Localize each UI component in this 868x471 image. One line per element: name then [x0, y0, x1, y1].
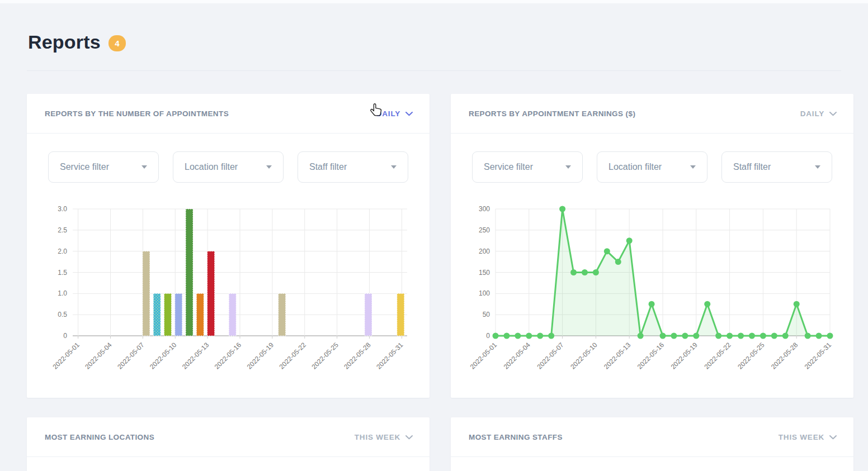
- filter-row: Service filter Location filter Staff fil…: [472, 151, 832, 183]
- select-label: Service filter: [60, 162, 109, 172]
- svg-text:0: 0: [486, 332, 490, 340]
- svg-text:2022-05-22: 2022-05-22: [278, 341, 308, 371]
- card-title: MOST EARNING STAFFS: [469, 433, 563, 441]
- svg-text:2022-05-04: 2022-05-04: [83, 341, 114, 371]
- period-selector-this-week[interactable]: THIS WEEK: [355, 433, 413, 441]
- earnings-line-chart: 0501001502002503002022-05-012022-05-0420…: [451, 203, 853, 398]
- svg-text:0.5: 0.5: [58, 311, 67, 318]
- svg-text:2022-05-22: 2022-05-22: [702, 341, 733, 371]
- svg-text:2022-05-25: 2022-05-25: [736, 341, 766, 371]
- svg-text:2022-05-04: 2022-05-04: [502, 341, 532, 371]
- svg-text:2022-05-13: 2022-05-13: [181, 341, 211, 371]
- card-most-earning-locations: MOST EARNING LOCATIONS THIS WEEK: [27, 417, 430, 471]
- period-label: THIS WEEK: [779, 433, 824, 441]
- caret-down-icon: [266, 165, 272, 169]
- select-label: Location filter: [608, 162, 662, 172]
- period-selector-daily[interactable]: DAILY: [376, 110, 413, 118]
- chevron-down-icon: [829, 435, 837, 440]
- svg-text:2022-05-31: 2022-05-31: [375, 341, 405, 371]
- period-label: DAILY: [376, 110, 400, 118]
- svg-text:300: 300: [479, 205, 490, 213]
- chevron-down-icon: [405, 435, 413, 440]
- card-title: REPORTS BY APPOINTMENT EARNINGS ($): [469, 110, 635, 118]
- service-filter-select[interactable]: Service filter: [48, 151, 159, 183]
- reports-count-badge: 4: [108, 35, 126, 51]
- card-title: MOST EARNING LOCATIONS: [45, 433, 154, 441]
- svg-text:2022-05-13: 2022-05-13: [602, 341, 633, 371]
- location-filter-select[interactable]: Location filter: [597, 151, 707, 183]
- svg-text:250: 250: [479, 226, 490, 234]
- svg-text:2022-05-19: 2022-05-19: [669, 341, 700, 371]
- svg-text:200: 200: [479, 248, 490, 255]
- service-filter-select[interactable]: Service filter: [472, 151, 583, 183]
- svg-text:2022-05-28: 2022-05-28: [770, 341, 800, 371]
- svg-text:100: 100: [479, 289, 490, 297]
- card-head: REPORTS BY APPOINTMENT EARNINGS ($) DAIL…: [451, 94, 853, 134]
- select-label: Service filter: [484, 162, 533, 172]
- appointments-bar-chart: 00.51.01.52.02.53.02022-05-012022-05-042…: [27, 203, 430, 398]
- svg-text:2022-05-01: 2022-05-01: [51, 341, 81, 371]
- period-selector-daily[interactable]: DAILY: [800, 110, 837, 118]
- svg-text:2022-05-31: 2022-05-31: [803, 341, 833, 371]
- staff-filter-select[interactable]: Staff filter: [298, 151, 408, 183]
- caret-down-icon: [815, 165, 820, 169]
- filter-row: Service filter Location filter Staff fil…: [48, 151, 408, 183]
- card-most-earning-staffs: MOST EARNING STAFFS THIS WEEK: [451, 417, 853, 471]
- svg-text:2022-05-01: 2022-05-01: [469, 341, 499, 371]
- card-head: MOST EARNING STAFFS THIS WEEK: [451, 417, 853, 457]
- svg-text:2.0: 2.0: [58, 248, 67, 255]
- caret-down-icon: [391, 165, 397, 169]
- card-title: REPORTS BY THE NUMBER OF APPOINTMENTS: [45, 110, 229, 118]
- select-label: Staff filter: [733, 162, 771, 172]
- period-label: THIS WEEK: [355, 433, 400, 441]
- period-label: DAILY: [800, 110, 824, 118]
- svg-text:2022-05-10: 2022-05-10: [569, 341, 599, 371]
- card-earnings-report: REPORTS BY APPOINTMENT EARNINGS ($) DAIL…: [451, 94, 853, 398]
- svg-text:1.5: 1.5: [58, 269, 67, 277]
- staff-filter-select[interactable]: Staff filter: [721, 151, 832, 183]
- svg-text:3.0: 3.0: [58, 205, 67, 213]
- svg-text:0: 0: [63, 332, 67, 340]
- header-divider: [27, 70, 841, 71]
- svg-text:2.5: 2.5: [58, 226, 67, 234]
- chevron-down-icon: [829, 111, 837, 116]
- svg-text:2022-05-07: 2022-05-07: [535, 341, 565, 371]
- caret-down-icon: [141, 165, 147, 169]
- svg-text:1.0: 1.0: [58, 289, 67, 297]
- svg-text:2022-05-16: 2022-05-16: [636, 341, 666, 371]
- page-header: Reports 4: [28, 31, 126, 53]
- top-strip: [0, 0, 868, 3]
- card-appointments-report: REPORTS BY THE NUMBER OF APPOINTMENTS DA…: [27, 94, 430, 398]
- caret-down-icon: [690, 165, 696, 169]
- caret-down-icon: [565, 165, 571, 169]
- svg-text:2022-05-28: 2022-05-28: [342, 341, 372, 371]
- svg-text:2022-05-07: 2022-05-07: [116, 341, 146, 371]
- svg-text:2022-05-16: 2022-05-16: [213, 341, 243, 371]
- svg-text:150: 150: [479, 269, 490, 277]
- svg-text:50: 50: [483, 311, 490, 318]
- svg-text:2022-05-25: 2022-05-25: [310, 341, 340, 371]
- location-filter-select[interactable]: Location filter: [173, 151, 284, 183]
- page-title: Reports: [28, 31, 101, 53]
- card-head: REPORTS BY THE NUMBER OF APPOINTMENTS DA…: [27, 94, 430, 134]
- svg-text:2022-05-19: 2022-05-19: [246, 341, 276, 371]
- period-selector-this-week[interactable]: THIS WEEK: [779, 433, 837, 441]
- chevron-down-icon: [405, 111, 413, 116]
- select-label: Location filter: [185, 162, 238, 172]
- card-head: MOST EARNING LOCATIONS THIS WEEK: [27, 417, 430, 457]
- select-label: Staff filter: [309, 162, 347, 172]
- svg-text:2022-05-10: 2022-05-10: [148, 341, 178, 371]
